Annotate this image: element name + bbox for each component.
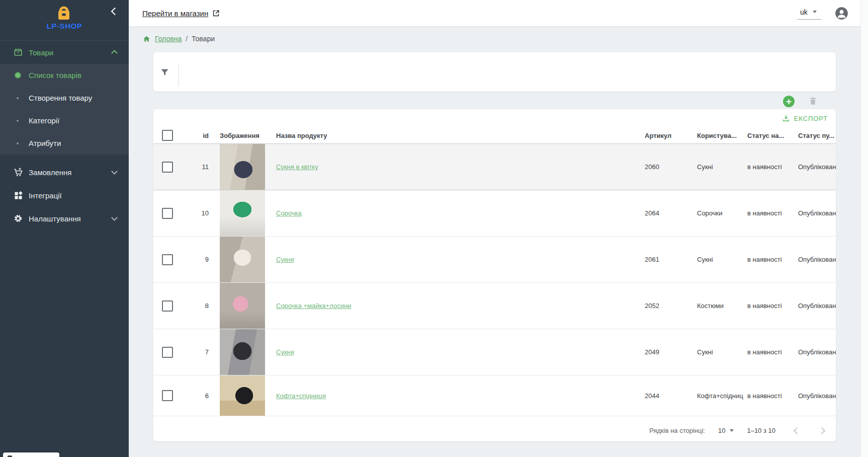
product-image <box>220 375 265 416</box>
sidebar-item-integrations[interactable]: Інтеграції <box>0 184 129 207</box>
corner-popup[interactable] <box>3 452 59 457</box>
sidebar-item-product-list[interactable]: Список товарів <box>0 64 129 87</box>
sidebar-item-label: Інтеграції <box>29 191 62 200</box>
sidebar-item-orders[interactable]: Замовлення <box>0 161 129 184</box>
select-all-checkbox[interactable] <box>162 130 173 141</box>
column-header-name[interactable]: Назва продукту <box>265 132 644 139</box>
filter-icon[interactable] <box>159 67 170 80</box>
row-checkbox[interactable] <box>162 162 173 173</box>
export-button[interactable]: ЕКСПОРТ <box>153 109 836 127</box>
product-name-link[interactable]: Сукня <box>276 256 294 263</box>
table-row: 7 Сукня 2049 Сукні в наявності Опубліков… <box>153 329 836 375</box>
product-publication-status: Опубліковано <box>797 348 836 356</box>
product-sku: 2060 <box>644 163 696 171</box>
product-category: Сукні <box>696 348 746 356</box>
product-publication-status: Опубліковано <box>797 209 836 217</box>
language-select[interactable]: uk <box>797 7 821 20</box>
breadcrumb: Головна / Товари <box>142 32 215 45</box>
row-checkbox[interactable] <box>162 347 173 358</box>
row-checkbox[interactable] <box>162 300 173 312</box>
sidebar-lower-group: Замовлення Інтеграції Налаштування <box>0 155 129 230</box>
column-header-sku[interactable]: Артикул <box>644 132 696 139</box>
product-sku: 2061 <box>644 256 696 263</box>
caret-down-icon <box>730 429 734 432</box>
product-name-link[interactable]: Кофта+спідниця <box>276 392 326 400</box>
product-sku: 2052 <box>644 302 696 310</box>
language-value: uk <box>800 8 808 16</box>
logo-block: LP-SHOP <box>0 0 129 41</box>
product-availability-status: в наявності <box>746 256 797 263</box>
breadcrumb-current: Товари <box>192 35 215 43</box>
previous-page-button[interactable] <box>792 426 801 435</box>
column-header-availability[interactable]: Статус на... <box>746 132 797 139</box>
chevron-left-icon <box>111 7 119 15</box>
table-header-row: id Зображення Назва продукту Артикул Кор… <box>153 127 836 143</box>
product-category: Кофта+спідниц <box>696 392 746 400</box>
sidebar-item-create-product[interactable]: Створення товару <box>0 87 129 109</box>
add-product-button[interactable]: + <box>783 96 795 107</box>
active-bullet-icon <box>12 72 23 79</box>
sidebar: LP-SHOP Товари Список товарів Створення … <box>0 0 129 457</box>
product-id: 9 <box>182 256 209 263</box>
column-header-publication[interactable]: Статус пу... <box>797 132 836 139</box>
page-scrollbar[interactable] <box>860 0 868 457</box>
product-id: 6 <box>182 392 209 400</box>
table-row: 8 Сорочка +майка+лосини 2052 Костюми в н… <box>153 283 836 329</box>
rows-per-page-label: Рядків на сторінці: <box>649 427 705 434</box>
product-name-link[interactable]: Сорочка <box>276 209 302 217</box>
product-id: 11 <box>182 163 209 171</box>
delete-icon[interactable] <box>808 96 818 108</box>
chevron-right-icon <box>818 427 825 434</box>
topbar: Перейти в магазин uk <box>129 0 868 27</box>
product-name-link[interactable]: Сукня в квітку <box>276 163 318 171</box>
bullet-icon <box>12 142 23 144</box>
products-table-card: ЕКСПОРТ id Зображення Назва продукту Арт… <box>153 109 836 441</box>
rows-per-page-select[interactable]: 10 <box>718 427 734 434</box>
filter-divider <box>179 64 179 87</box>
product-availability-status: в наявності <box>746 392 797 400</box>
product-category: Сукні <box>696 163 746 171</box>
column-header-category[interactable]: Користува... <box>696 132 746 139</box>
go-to-store-label: Перейти в магазин <box>142 9 208 18</box>
row-checkbox[interactable] <box>162 254 173 265</box>
table-row: 6 Кофта+спідниця 2044 Кофта+спідниц в на… <box>153 375 836 416</box>
column-header-id[interactable]: id <box>182 132 209 139</box>
product-availability-status: в наявності <box>746 209 797 217</box>
topbar-right: uk <box>797 7 848 20</box>
product-id: 10 <box>182 209 209 217</box>
sidebar-item-categories[interactable]: Категорії <box>0 109 129 132</box>
next-page-button[interactable] <box>818 426 827 435</box>
product-image <box>220 283 265 329</box>
chevron-down-icon <box>111 214 118 221</box>
caret-down-icon <box>813 11 817 13</box>
bullet-icon <box>12 97 23 99</box>
rows-per-page-value: 10 <box>718 427 725 434</box>
sidebar-item-products[interactable]: Товари <box>0 41 129 64</box>
table-row: 10 Сорочка 2064 Сорочки в наявності Опуб… <box>153 190 836 237</box>
home-icon <box>142 35 151 43</box>
product-image <box>220 237 265 282</box>
main-content: Головна / Товари + ЕКСПОРТ <box>129 26 868 457</box>
row-checkbox[interactable] <box>162 208 173 219</box>
pagination-buttons <box>792 426 827 435</box>
product-id: 8 <box>182 302 209 310</box>
product-category: Сорочки <box>696 209 746 217</box>
chevron-up-icon <box>111 50 118 56</box>
product-sku: 2064 <box>644 209 696 217</box>
row-checkbox[interactable] <box>162 390 173 401</box>
account-avatar-button[interactable] <box>835 7 848 20</box>
table-row: 11 Сукня в квітку 2060 Сукні в наявності… <box>153 143 836 190</box>
pagination-bar: Рядків на сторінці: 10 1–10 з 10 <box>153 416 836 441</box>
sidebar-item-label: Список товарів <box>29 71 81 80</box>
sidebar-collapse-button[interactable] <box>110 6 120 16</box>
product-publication-status: Опубліковано <box>797 163 836 171</box>
product-availability-status: в наявності <box>746 348 797 356</box>
export-label: ЕКСПОРТ <box>794 115 828 122</box>
go-to-store-link[interactable]: Перейти в магазин <box>142 9 220 18</box>
breadcrumb-home-link[interactable]: Головна <box>155 35 182 43</box>
product-name-link[interactable]: Сорочка +майка+лосини <box>276 302 351 310</box>
product-name-link[interactable]: Сукня <box>276 348 294 356</box>
sidebar-item-settings[interactable]: Налаштування <box>0 207 129 230</box>
sidebar-item-attributes[interactable]: Атрибути <box>0 132 129 155</box>
product-category: Сукні <box>696 256 746 263</box>
